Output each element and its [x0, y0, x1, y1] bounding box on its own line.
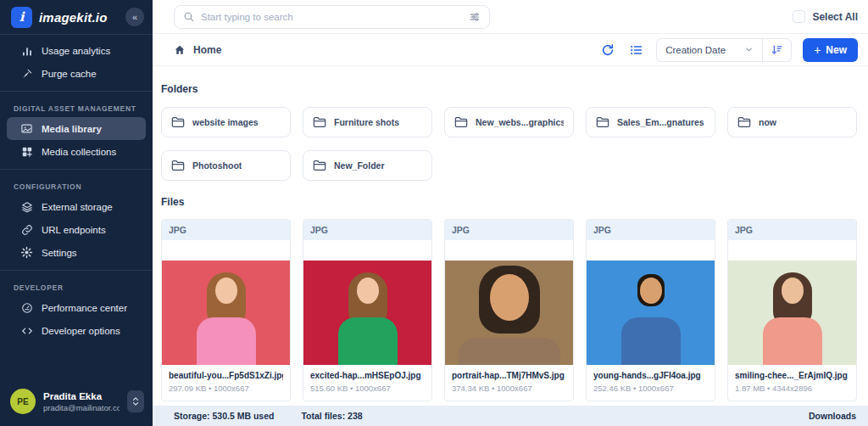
list-view-button[interactable]	[627, 42, 645, 59]
file-thumbnail[interactable]	[303, 261, 431, 365]
refresh-icon	[601, 43, 615, 57]
file-type-badge: JPG	[728, 220, 856, 240]
select-all: Select All	[793, 10, 858, 23]
file-card[interactable]: JPG beautiful-you...Fp5dS1xZi.jpg 297.09…	[161, 219, 291, 401]
card-spacer	[445, 240, 573, 261]
new-button[interactable]: + New	[803, 38, 858, 62]
app-window: i imagekit.io « Usage analytics Purge ca…	[0, 0, 868, 426]
sort-controls: Creation Date	[656, 38, 792, 62]
toolbar: Home Creation Date	[153, 34, 868, 66]
folder-icon	[454, 116, 468, 128]
sort-by-dropdown[interactable]: Creation Date	[657, 45, 762, 55]
folder-photoshoot[interactable]: Photoshoot	[161, 150, 291, 181]
folder-name: New_Folder	[334, 160, 385, 171]
folder-icon	[737, 116, 751, 128]
gear-icon	[20, 246, 33, 259]
files-grid: JPG beautiful-you...Fp5dS1xZi.jpg 297.09…	[161, 219, 857, 401]
home-icon	[174, 44, 186, 56]
folder-icon	[171, 160, 185, 171]
folder-icon	[596, 116, 609, 128]
person-head	[357, 277, 379, 304]
sidebar-collapse-button[interactable]: «	[125, 8, 144, 26]
file-name: portrait-hap...TMj7HMvS.jpg	[452, 371, 566, 380]
breadcrumb[interactable]: Home	[174, 44, 221, 56]
main-panel: Select All Home Creation Date	[153, 0, 868, 426]
folder-new-folder[interactable]: New_Folder	[303, 150, 432, 181]
toolbar-actions: Creation Date + New	[599, 38, 858, 62]
layers-icon	[20, 200, 33, 213]
folder-icon	[313, 160, 326, 171]
file-card[interactable]: JPG excited-hap...mHSEpOJ.jpg 515.60 KB …	[303, 219, 432, 401]
search-input[interactable]	[201, 12, 462, 22]
folder-name: Photoshoot	[192, 160, 242, 171]
filter-sliders-icon[interactable]	[469, 11, 481, 23]
storage-used: Storage: 530.5 MB used	[174, 411, 274, 421]
avatar: PE	[10, 389, 36, 414]
files-heading: Files	[161, 196, 857, 208]
sidebar-item-label: External storage	[42, 202, 113, 212]
sidebar-item-label: Media library	[42, 124, 102, 134]
sidebar-item-external-storage[interactable]: External storage	[7, 195, 146, 218]
sidebar-logo-row: i imagekit.io «	[0, 0, 153, 34]
sort-descending-icon	[771, 43, 783, 56]
file-info: smiling-chee..._ErAjmIQ.jpg 1.87 MB • 43…	[728, 365, 856, 401]
search-box[interactable]	[174, 5, 490, 29]
folder-furniture-shots[interactable]: Furniture shots	[303, 107, 432, 137]
person-torso	[621, 317, 681, 365]
sidebar: i imagekit.io « Usage analytics Purge ca…	[0, 0, 153, 426]
code-icon	[20, 324, 33, 337]
sidebar-item-label: Developer options	[42, 326, 120, 336]
refresh-button[interactable]	[599, 42, 616, 59]
file-thumbnail[interactable]	[445, 261, 573, 365]
sidebar-group-configuration: CONFIGURATION External storage URL endpo…	[0, 170, 153, 270]
file-card[interactable]: JPG young-hands...gJFI4oa.jpg 252.46 KB …	[586, 219, 715, 401]
downloads-link[interactable]: Downloads	[809, 411, 856, 421]
sidebar-item-media-collections[interactable]: Media collections	[7, 140, 146, 163]
sidebar-item-purge-cache[interactable]: Purge cache	[7, 62, 146, 85]
user-account-block[interactable]: PE Pradita Ekka pradita@mailinator.co...	[0, 378, 153, 426]
sidebar-item-settings[interactable]: Settings	[7, 241, 146, 264]
sidebar-item-url-endpoints[interactable]: URL endpoints	[7, 218, 146, 241]
sidebar-item-label: Media collections	[42, 147, 116, 157]
plus-icon: +	[814, 44, 821, 56]
brand-name: imagekit.io	[39, 10, 119, 25]
sidebar-section-label: DIGITAL ASSET MANAGEMENT	[0, 96, 153, 117]
sidebar-item-usage-analytics[interactable]: Usage analytics	[7, 39, 146, 62]
sidebar-group-developer: DEVELOPER Performance center Developer o…	[0, 271, 153, 348]
person-head	[490, 274, 529, 321]
folder-website-images[interactable]: website images	[161, 107, 291, 137]
select-all-label: Select All	[812, 11, 858, 23]
account-switcher-button[interactable]	[127, 390, 144, 412]
file-info: young-hands...gJFI4oa.jpg 252.46 KB • 10…	[587, 365, 715, 401]
sidebar-item-developer-options[interactable]: Developer options	[7, 319, 146, 342]
folder-sales-em-gnatures[interactable]: Sales_Em...gnatures	[586, 107, 715, 137]
photo-library-icon	[20, 122, 33, 135]
sort-direction-button[interactable]	[763, 39, 791, 61]
list-view-icon	[629, 43, 643, 57]
folder-new-webs-graphics[interactable]: New_webs...graphics	[444, 107, 574, 137]
file-meta: 297.09 KB • 1000x667	[169, 384, 283, 393]
total-files: Total files: 238	[301, 411, 362, 421]
file-card[interactable]: JPG portrait-hap...TMj7HMvS.jpg 374.34 K…	[444, 219, 574, 401]
file-meta: 252.46 KB • 1000x667	[593, 384, 708, 393]
grid-plus-icon	[20, 145, 33, 158]
file-type-badge: JPG	[162, 220, 290, 240]
new-button-label: New	[826, 44, 847, 56]
select-all-checkbox[interactable]	[793, 10, 805, 23]
file-thumbnail[interactable]	[587, 261, 715, 365]
file-meta: 1.87 MB • 4344x2896	[735, 384, 849, 393]
card-spacer	[587, 240, 715, 261]
file-thumbnail[interactable]	[728, 261, 856, 365]
file-name: smiling-chee..._ErAjmIQ.jpg	[735, 371, 849, 380]
person-head	[640, 277, 662, 304]
card-spacer	[162, 240, 290, 261]
person-torso	[197, 317, 256, 365]
sidebar-item-media-library[interactable]: Media library	[7, 117, 146, 140]
file-name: young-hands...gJFI4oa.jpg	[593, 371, 708, 380]
file-card[interactable]: JPG smiling-chee..._ErAjmIQ.jpg 1.87 MB …	[727, 219, 857, 401]
file-name: excited-hap...mHSEpOJ.jpg	[310, 371, 425, 380]
file-info: excited-hap...mHSEpOJ.jpg 515.60 KB • 10…	[303, 365, 431, 401]
file-thumbnail[interactable]	[162, 261, 290, 365]
folder-now[interactable]: now	[727, 107, 857, 137]
sidebar-item-performance-center[interactable]: Performance center	[7, 296, 146, 319]
